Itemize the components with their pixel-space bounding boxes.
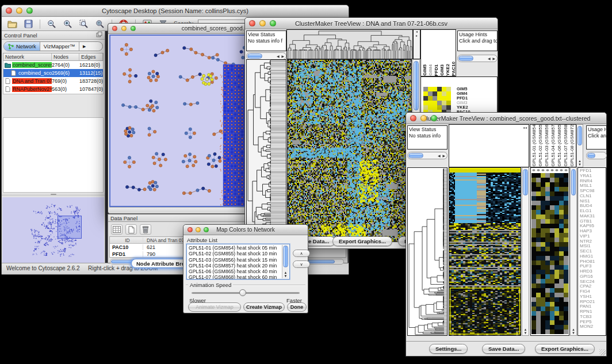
attribute-list[interactable]: ▲▼ GPL51-01 (GSM854) heat shock 05 minGP…	[186, 244, 290, 279]
minimize-button[interactable]	[196, 227, 201, 232]
heatmap-dna[interactable]	[287, 59, 412, 242]
zoom-button[interactable]	[431, 115, 437, 121]
column-tree-scroll-strip[interactable]: ◂▸	[413, 29, 420, 59]
treeview-combined-title-bar[interactable]: ClusterMaker TreeView : combined_scores_…	[406, 113, 606, 124]
treeview-dna-title: ClusterMaker TreeView : DNA and Tran 07-…	[295, 20, 447, 27]
select-attributes-icon[interactable]	[111, 224, 123, 235]
network-table-row[interactable]: DNA and Tran 07 769(0) 183728(0)	[3, 77, 103, 85]
folder-icon	[5, 62, 11, 68]
zoom-button[interactable]	[270, 20, 276, 26]
minimize-button[interactable]	[121, 26, 127, 31]
close-button[interactable]	[112, 26, 117, 31]
close-button[interactable]	[249, 20, 255, 26]
document-icon	[10, 70, 17, 76]
create-vizmap-button[interactable]: Create Vizmap	[243, 302, 285, 312]
heatmap-combined-vscrollbar[interactable]: ▲▼	[522, 167, 529, 336]
export-graphics-button[interactable]: Export Graphics...	[535, 344, 595, 354]
view-status-hscrollbar[interactable]: ◀ ▶	[407, 152, 447, 159]
edges-count: 107847(0)	[79, 86, 103, 92]
window-controls	[249, 20, 276, 26]
col-nodes: Nodes	[52, 53, 79, 60]
minimize-button[interactable]	[16, 7, 22, 14]
row-dendrogram[interactable]	[246, 59, 286, 242]
usage-hints-hscrollbar[interactable]: ◀ ▶	[457, 55, 498, 62]
tab-overflow-arrow-icon[interactable]: ▶	[79, 42, 90, 51]
usage-hints-panel: Usage Hints Click and	[586, 125, 607, 150]
heatmap-combined[interactable]	[449, 167, 521, 336]
attribute-list-item[interactable]: GPL51-04 (GSM857) heat shock 20 min	[189, 263, 281, 269]
subview-vscrollbar[interactable]: ▲▼	[570, 167, 577, 336]
column-labels-vscrollbar[interactable]: ▲▼	[576, 124, 583, 167]
float-panel-icon[interactable]	[96, 32, 102, 39]
data-panel-toolbar	[111, 224, 151, 235]
move-up-button[interactable]: ∧	[293, 250, 310, 257]
save-data-button[interactable]: Save Data...	[482, 344, 525, 354]
birdseye-view[interactable]	[2, 197, 104, 263]
tab-network[interactable]: Network	[4, 42, 40, 51]
usage-hints-line2: Click and drag to	[459, 38, 496, 44]
attribute-list-item[interactable]: GPL51-02 (GSM855) heat shock 10 min	[189, 251, 281, 256]
edges-count: 13112(15)	[79, 70, 103, 76]
attribute-list-item[interactable]: GPL51-01 (GSM854) heat shock 05 min	[189, 245, 281, 251]
row-dendrogram[interactable]	[407, 167, 447, 336]
window-controls	[6, 7, 33, 14]
tab-network-label: Network	[16, 43, 36, 49]
close-button[interactable]	[6, 7, 12, 14]
attribute-list-label: Attribute List	[187, 237, 217, 243]
animation-slider-thumb[interactable]	[239, 289, 246, 296]
column-dendrogram[interactable]: ◂ ▸	[449, 124, 529, 167]
column-label: GIM5	[422, 64, 427, 76]
minimize-button[interactable]	[420, 115, 427, 121]
usage-hints-hscrollbar[interactable]	[586, 152, 607, 159]
resize-grip[interactable]	[599, 349, 606, 355]
desktop: Cytoscape Desktop (Session Name: collins…	[0, 0, 612, 364]
network-table-row[interactable]: combined_sco 2569(6) 13112(15)	[3, 69, 103, 77]
treeview-dna-title-bar[interactable]: ClusterMaker TreeView : DNA and Tran 07-…	[245, 18, 498, 29]
network-table-row[interactable]: RNAPuberNov2+ 563(0) 107847(0)	[3, 85, 103, 93]
control-panel-title: Control Panel	[4, 32, 37, 39]
window-controls	[410, 115, 437, 121]
subview-heatmap[interactable]	[530, 167, 569, 336]
move-down-button[interactable]: ∨	[293, 260, 310, 268]
done-button[interactable]: Done	[287, 302, 307, 312]
save-session-button[interactable]	[22, 18, 34, 30]
zoom-button[interactable]	[131, 26, 136, 31]
data-panel-title: Data Panel	[110, 215, 137, 221]
control-panel-tabs: Network VizMapper™ ▶	[3, 41, 103, 51]
minimize-button[interactable]	[259, 20, 266, 26]
column-label: GPL51-03 (GSM856)	[544, 124, 549, 167]
network-table-row[interactable]: combined_scores 2764(0) 16218(0)	[3, 61, 103, 69]
main-title-bar[interactable]: Cytoscape Desktop (Session Name: collins…	[2, 5, 349, 17]
column-dendrogram[interactable]	[286, 29, 413, 59]
delete-attribute-trash-icon[interactable]	[140, 224, 151, 235]
col-network: Network	[3, 53, 52, 60]
zoom-button[interactable]	[26, 7, 33, 14]
column-label: GIM4	[428, 64, 433, 76]
settings-button[interactable]: Settings...	[429, 344, 468, 354]
column-label: GPL51-08 (GSM872)	[569, 124, 575, 167]
close-button[interactable]	[410, 115, 416, 121]
attribute-list-item[interactable]: GPL51-06 (GSM865) heat shock 40 min	[189, 269, 281, 274]
column-label: GPL51-02 (GSM855)	[538, 124, 543, 167]
attribute-list-item[interactable]: GPL51-03 (GSM856) heat shock 15 min	[189, 257, 281, 263]
zoom-button[interactable]	[204, 227, 209, 232]
export-graphics-button[interactable]: Export Graphics...	[332, 236, 392, 246]
zoom-out-icon[interactable]	[46, 18, 58, 30]
attribute-list-item[interactable]: GPL51-07 (GSM868) heat shock 60 min	[189, 274, 281, 279]
panel-splitter[interactable]	[2, 193, 105, 196]
usage-hints-line1: Usage Hints	[588, 127, 605, 133]
zoom-fit-icon[interactable]	[94, 18, 106, 30]
zoom-selected-icon[interactable]	[78, 18, 90, 30]
dialog-title-bar[interactable]: Map Colors to Network	[183, 225, 308, 235]
new-attribute-icon[interactable]	[125, 224, 137, 235]
network-icon	[7, 43, 14, 49]
subview-heatmap[interactable]	[423, 87, 451, 114]
tab-vizmapper[interactable]: VizMapper™	[40, 42, 79, 51]
open-session-button[interactable]	[6, 18, 18, 30]
close-button[interactable]	[188, 227, 193, 232]
network-name-cell: combined_scores	[3, 62, 52, 68]
zoom-in-icon[interactable]	[62, 18, 74, 30]
attribute-list-vscrollbar[interactable]: ▲▼	[282, 245, 289, 278]
view-status-line1: View Status	[248, 32, 285, 38]
animate-vizmap-button[interactable]: Animate Vizmap	[188, 302, 241, 312]
